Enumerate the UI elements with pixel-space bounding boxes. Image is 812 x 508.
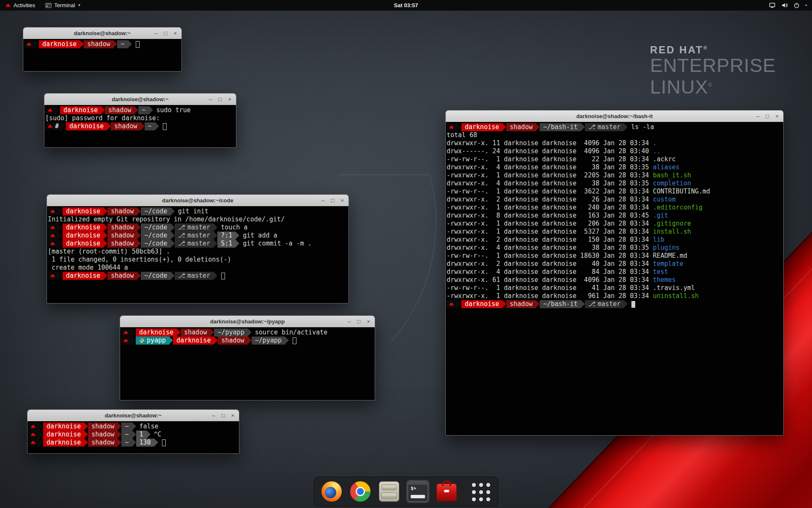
- dock-show-applications[interactable]: [469, 480, 492, 503]
- prompt-line: darknoiseshadow~/codegit init: [48, 207, 348, 215]
- prompt-segment-user: darknoise: [461, 123, 502, 131]
- powerline-arrow: [59, 224, 63, 231]
- window-title: darknoise@shadow:~: [44, 96, 236, 102]
- terminal-content[interactable]: darknoiseshadow~/codegit initInitialized…: [47, 206, 348, 303]
- dock-chrome[interactable]: [349, 480, 372, 503]
- maximize-button[interactable]: □: [164, 28, 167, 39]
- command-text: touch a: [217, 224, 247, 232]
- file-list-row: -rwxrwxr-x. 1 darknoise darknoise 206 Ja…: [447, 220, 782, 228]
- minimize-button[interactable]: –: [209, 94, 212, 105]
- terminal-content[interactable]: darknoiseshadow~/bash-it⎇masterls -latot…: [446, 122, 783, 435]
- prompt-segment-hat: [28, 422, 39, 431]
- terminal-window-pyapp[interactable]: darknoise@shadow:~/pyapp–□×darknoiseshad…: [120, 315, 375, 400]
- terminal-content[interactable]: darknoiseshadow~/pyappsource bin/activat…: [120, 327, 375, 400]
- branch-icon: ⎇: [178, 232, 185, 240]
- terminal-content[interactable]: darknoiseshadow~: [23, 39, 181, 71]
- window-titlebar[interactable]: darknoise@shadow:~/code–□×: [47, 195, 348, 207]
- dock: $>: [314, 477, 498, 506]
- prompt-segment-count: ?:1: [217, 232, 236, 240]
- prompt-segment-user: darknoise: [461, 300, 502, 308]
- prompt-segment-venv: pyapp: [136, 337, 169, 345]
- dock-toolbox[interactable]: [435, 480, 458, 502]
- powerline-arrow: [118, 422, 121, 430]
- terminal-window-code[interactable]: darknoise@shadow:~/code–□×darknoiseshado…: [47, 194, 349, 304]
- prompt-segment-host: shadow: [181, 329, 210, 337]
- power-icon: [793, 2, 800, 8]
- powerline-arrow: [104, 232, 107, 239]
- close-button[interactable]: ×: [173, 28, 177, 39]
- minimize-button[interactable]: –: [756, 110, 759, 122]
- file-list-row: drwxrwxr-x. 2 darknoise darknoise 26 Jan…: [447, 196, 782, 204]
- prompt-segment-path: ~: [121, 439, 132, 447]
- dock-terminal[interactable]: $>: [406, 480, 429, 503]
- dock-files[interactable]: [378, 480, 401, 503]
- powerline-arrow: [285, 337, 289, 344]
- terminal-window-home-exit[interactable]: darknoise@shadow:~–□×darknoiseshadow~fal…: [27, 409, 239, 454]
- close-button[interactable]: ×: [775, 110, 779, 122]
- terminal-output-line: 1 file changed, 0 insertions(+), 0 delet…: [48, 256, 348, 264]
- maximize-button[interactable]: □: [357, 316, 361, 327]
- terminal-content[interactable]: darknoiseshadow~falsedarknoiseshadow~1^C…: [27, 421, 239, 453]
- file-name: uninstall.sh: [653, 292, 699, 300]
- command-text: sudo true: [153, 106, 191, 114]
- window-titlebar[interactable]: darknoise@shadow:~–□×: [44, 94, 236, 105]
- minimize-button[interactable]: –: [154, 28, 157, 39]
- redhat-icon: [449, 302, 454, 306]
- prompt-segment-git: ⎇master: [175, 272, 214, 280]
- window-titlebar[interactable]: darknoise@shadow:~/pyapp–□×: [120, 316, 375, 328]
- terminal-content[interactable]: darknoiseshadow~sudo true[sudo] password…: [44, 105, 236, 147]
- window-controls: –□×: [756, 110, 783, 122]
- system-status-area[interactable]: ▾: [764, 0, 812, 11]
- prompt-segment-hat: [121, 337, 132, 345]
- prompt-segment-hat: [48, 224, 59, 232]
- window-title: darknoise@shadow:~: [27, 412, 239, 419]
- maximize-button[interactable]: □: [331, 195, 335, 206]
- close-button[interactable]: ×: [231, 410, 234, 421]
- maximize-button[interactable]: □: [222, 410, 225, 421]
- file-list-row: -rwxrwxr-x. 1 darknoise darknoise 240 Ja…: [447, 204, 782, 212]
- powerline-arrow: [107, 122, 111, 130]
- branch-icon: ⎇: [588, 123, 595, 131]
- terminal-window-bash-it[interactable]: darknoise@shadow:~/bash-it–□×darknoisesh…: [445, 110, 784, 436]
- close-button[interactable]: ×: [367, 316, 370, 327]
- terminal-output-line: [master (root-commit) 50bcb63] .: [48, 248, 348, 256]
- maximize-button[interactable]: □: [219, 94, 222, 105]
- file-name: .editorconfig: [653, 204, 702, 211]
- powerline-arrow: [62, 122, 66, 130]
- file-name: install.sh: [653, 228, 691, 235]
- terminal-window-home-1[interactable]: darknoise@shadow:~–□×darknoiseshadow~: [23, 27, 182, 72]
- file-name: .git: [653, 212, 668, 219]
- powerline-arrow: [236, 240, 239, 247]
- window-titlebar[interactable]: darknoise@shadow:~–□×: [27, 410, 239, 422]
- window-titlebar[interactable]: darknoise@shadow:~–□×: [23, 28, 181, 39]
- file-cabinet-icon: [379, 481, 399, 502]
- prompt-line: darknoiseshadow~/code⎇mastertouch a: [48, 224, 348, 232]
- dock-firefox[interactable]: [320, 480, 343, 503]
- prompt-segment-path: ~/bash-it: [540, 123, 581, 131]
- close-button[interactable]: ×: [340, 195, 344, 206]
- window-titlebar[interactable]: darknoise@shadow:~/bash-it–□×: [446, 110, 783, 122]
- prompt-line: darknoiseshadow~/code⎇master: [48, 272, 348, 280]
- prompt-segment-user: darknoise: [43, 422, 84, 431]
- redhat-icon: [47, 124, 53, 128]
- prompt-segment-git: ⎇master: [585, 123, 624, 131]
- file-list-row: drwx------. 24 darknoise darknoise 4096 …: [447, 147, 782, 155]
- prompt-line: darknoiseshadow~130: [28, 439, 238, 447]
- redhat-icon: [26, 42, 32, 46]
- powerline-arrow: [84, 422, 88, 430]
- firefox-icon: [321, 481, 342, 502]
- minimize-button[interactable]: –: [212, 410, 215, 421]
- window-title: darknoise@shadow:~/bash-it: [446, 113, 783, 119]
- python-icon: [139, 338, 145, 343]
- close-button[interactable]: ×: [228, 94, 231, 105]
- clock[interactable]: Sat 03:57: [0, 2, 812, 8]
- file-name: lib: [653, 236, 664, 243]
- prompt-segment-user: darknoise: [63, 232, 104, 240]
- minimize-button[interactable]: –: [348, 316, 351, 327]
- prompt-segment-count: 130: [136, 439, 154, 447]
- minimize-button[interactable]: –: [321, 195, 324, 206]
- terminal-icon: $>: [408, 481, 428, 502]
- terminal-window-home-sudo[interactable]: darknoise@shadow:~–□×darknoiseshadow~sud…: [44, 93, 236, 148]
- maximize-button[interactable]: □: [766, 110, 769, 122]
- powerline-arrow: [132, 439, 136, 446]
